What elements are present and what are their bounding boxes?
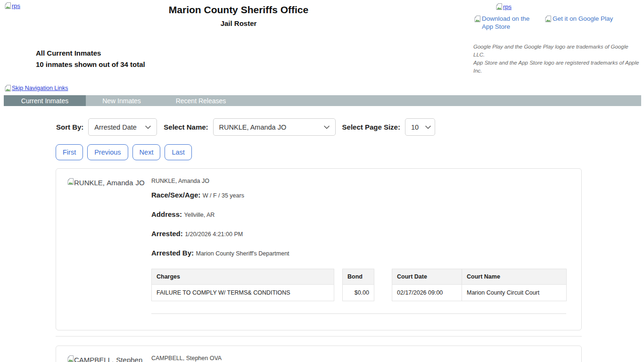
page-title: Marion County Sheriffs Office xyxy=(4,4,473,16)
arrested-by-value: Marion County Sheriff's Department xyxy=(196,250,289,257)
arrested-by-row: Arrested By: Marion County Sheriff's Dep… xyxy=(151,248,570,258)
table-row: 02/17/2026 09:00 Marion County Circuit C… xyxy=(392,285,567,301)
roster-summary: All Current Inmates 10 inmates shown out… xyxy=(36,49,473,69)
broken-image-icon xyxy=(495,3,503,10)
chevron-down-icon xyxy=(145,125,151,129)
inmate-details: CAMPBELL, Stephen OVA Race/Sex/Age: W / … xyxy=(151,351,574,362)
summary-heading: All Current Inmates xyxy=(36,49,473,58)
tab-new-inmates[interactable]: New Inmates xyxy=(86,95,157,106)
race-sex-age-value: W / F / 35 years xyxy=(203,192,244,199)
tab-recent-releases[interactable]: Recent Releases xyxy=(157,95,244,106)
charges-table: Charges FAILURE TO COMPLY W/ TERMS& COND… xyxy=(151,269,334,301)
select-name-label: Select Name: xyxy=(164,123,208,131)
court-date-header: Court Date xyxy=(392,269,462,285)
race-sex-age-row: Race/Sex/Age: W / F / 35 years xyxy=(151,190,570,200)
address-value: Yellville, AR xyxy=(184,212,215,218)
inmate-name: CAMPBELL, Stephen OVA xyxy=(151,354,570,362)
last-button[interactable]: Last xyxy=(165,144,191,160)
court-table: Court Date Court Name 02/17/2026 09:00 M… xyxy=(392,269,567,301)
inmate-photo-alt: CAMPBELL, Stephen OVA xyxy=(66,356,142,362)
charges-tables: Charges FAILURE TO COMPLY W/ TERMS& COND… xyxy=(151,269,570,301)
tab-current-inmates[interactable]: Current Inmates xyxy=(4,95,86,106)
trademark-notice: Google Play and the Google Play logo are… xyxy=(473,43,641,75)
list-controls: Sort By: Arrested Date Select Name: RUNK… xyxy=(56,118,582,136)
page-subtitle: Jail Roster xyxy=(4,19,473,28)
app-badges: Download on the App Store Get it on Goog… xyxy=(473,15,641,31)
app-store-link[interactable]: Download on the App Store xyxy=(473,15,536,31)
court-name-header: Court Name xyxy=(462,269,567,285)
inmate-name: RUNKLE, Amanda JO xyxy=(151,177,570,185)
select-name-value: RUNKLE, Amanda JO xyxy=(219,123,287,131)
google-play-label: Get it on Google Play xyxy=(553,15,613,23)
arrested-by-label: Arrested By: xyxy=(151,249,194,257)
charge-cell: FAILURE TO COMPLY W/ TERMS& CONDITIONS xyxy=(152,285,334,301)
select-name-select[interactable]: RUNKLE, Amanda JO xyxy=(213,118,336,136)
chevron-down-icon xyxy=(324,125,330,129)
arrested-label: Arrested: xyxy=(151,230,183,238)
arrested-value: 1/20/2026 4:21:00 PM xyxy=(185,231,243,238)
skip-navigation-link[interactable]: Skip Navigation Links xyxy=(4,84,68,92)
race-sex-age-label: Race/Sex/Age: xyxy=(151,191,200,199)
rps-badge-alt: rps xyxy=(503,3,512,10)
trademark-line-apple: App Store and the App Store logo are reg… xyxy=(473,59,641,75)
main-content: Sort By: Arrested Date Select Name: RUNK… xyxy=(56,118,582,362)
bond-cell: $0.00 xyxy=(343,285,374,301)
bond-table: Bond $0.00 xyxy=(342,269,374,301)
summary-count: 10 inmates shown out of 34 total xyxy=(36,60,473,69)
address-label: Address: xyxy=(151,210,182,218)
broken-image-icon xyxy=(4,84,11,92)
bond-header: Bond xyxy=(343,269,374,285)
google-play-link[interactable]: Get it on Google Play xyxy=(544,15,613,31)
broken-image-icon xyxy=(4,2,11,9)
arrested-row: Arrested: 1/20/2026 4:21:00 PM xyxy=(151,229,570,239)
inmate-photo-alt: RUNKLE, Amanda JO xyxy=(74,179,145,187)
jail-roster-page: rps Marion County Sheriffs Office Jail R… xyxy=(0,0,644,362)
header-right: rps Download on the App Store Get it on … xyxy=(473,0,641,75)
table-row: FAILURE TO COMPLY W/ TERMS& CONDITIONS xyxy=(152,285,334,301)
broken-image-icon xyxy=(473,15,481,23)
inmate-details: RUNKLE, Amanda JO Race/Sex/Age: W / F / … xyxy=(151,173,574,330)
broken-image-icon xyxy=(544,15,552,23)
court-date-cell: 02/17/2026 09:00 xyxy=(392,285,462,301)
pagination: First Previous Next Last xyxy=(56,144,582,160)
next-button[interactable]: Next xyxy=(132,144,161,160)
table-row: $0.00 xyxy=(343,285,374,301)
page-size-select[interactable]: 10 xyxy=(405,118,435,136)
inmate-card: CAMPBELL, Stephen OVA CAMPBELL, Stephen … xyxy=(56,346,582,362)
sort-by-select[interactable]: Arrested Date xyxy=(88,118,157,136)
app-store-label: Download on the App Store xyxy=(482,15,536,31)
skip-navigation-label: Skip Navigation Links xyxy=(12,84,68,92)
sort-by-label: Sort By: xyxy=(56,123,83,131)
chevron-down-icon xyxy=(425,125,431,129)
first-button[interactable]: First xyxy=(56,144,83,160)
inmate-photo-link[interactable]: CAMPBELL, Stephen OVA xyxy=(66,351,151,362)
broken-image-icon xyxy=(66,355,74,362)
inmate-photo-link[interactable]: RUNKLE, Amanda JO xyxy=(66,173,151,330)
rps-logo-link[interactable]: rps xyxy=(4,2,20,9)
cards-divider xyxy=(56,336,582,337)
page-header: rps Marion County Sheriffs Office Jail R… xyxy=(4,0,641,75)
address-row: Address: Yellville, AR xyxy=(151,210,570,220)
page-size-value: 10 xyxy=(411,123,419,131)
page-size-label: Select Page Size: xyxy=(342,123,400,131)
sort-by-value: Arrested Date xyxy=(94,123,136,131)
broken-image-icon xyxy=(66,178,74,185)
rps-badge-link[interactable]: rps xyxy=(495,3,512,10)
rps-logo-alt: rps xyxy=(12,2,20,9)
trademark-line-google: Google Play and the Google Play logo are… xyxy=(473,43,641,59)
inmate-card: RUNKLE, Amanda JO RUNKLE, Amanda JO Race… xyxy=(56,168,582,330)
charges-header: Charges xyxy=(152,269,334,285)
tab-bar: Current Inmates New Inmates Recent Relea… xyxy=(4,95,641,106)
court-name-cell: Marion County Circuit Court xyxy=(462,285,567,301)
previous-button[interactable]: Previous xyxy=(87,144,128,160)
header-main: rps Marion County Sheriffs Office Jail R… xyxy=(4,0,473,75)
